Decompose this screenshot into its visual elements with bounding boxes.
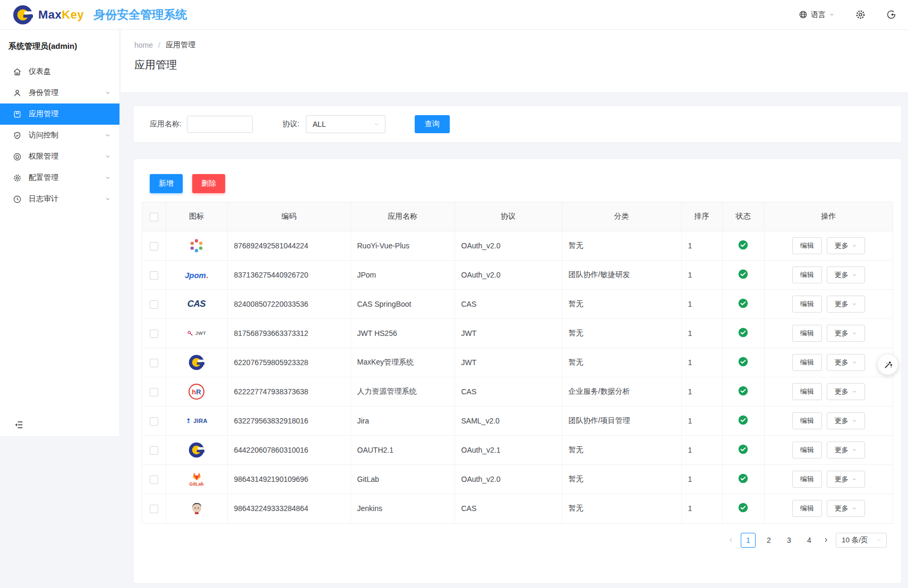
more-button[interactable]: 更多: [827, 325, 865, 342]
app-code: 986431492190109696: [227, 465, 350, 494]
language-switcher[interactable]: 语言: [799, 10, 835, 20]
app-protocol: CAS: [455, 377, 562, 407]
edit-button[interactable]: 编辑: [792, 500, 822, 517]
app-name: RuoYi-Vue-Plus: [350, 231, 455, 261]
edit-button[interactable]: 编辑: [792, 442, 822, 459]
app-protocol: CAS: [455, 290, 562, 319]
cas-logo: CAS: [187, 293, 206, 315]
sidebar-item-dashboard[interactable]: 仪表盘: [0, 61, 119, 82]
column-header-protocol: 协议: [455, 202, 562, 231]
theme-magic-wand-button[interactable]: [878, 354, 898, 375]
page-button-4[interactable]: 4: [802, 533, 816, 547]
prev-page-button[interactable]: [727, 537, 734, 543]
breadcrumb-home-link[interactable]: home: [134, 41, 153, 49]
maxkey-logo: [187, 439, 206, 461]
page-button-3[interactable]: 3: [782, 533, 796, 547]
chevron-down-icon: [876, 537, 882, 543]
app-name-filter-label: 应用名称:: [150, 119, 182, 129]
more-button[interactable]: 更多: [827, 471, 865, 488]
app-category: 团队协作/项目管理: [562, 407, 681, 436]
row-checkbox[interactable]: [150, 242, 158, 250]
app-sort: 1: [681, 436, 722, 465]
page-button-1[interactable]: 1: [741, 533, 756, 548]
sidebar-collapse-icon[interactable]: [14, 420, 24, 430]
row-checkbox[interactable]: [150, 271, 158, 280]
more-button[interactable]: 更多: [827, 412, 865, 429]
more-button[interactable]: 更多: [827, 237, 865, 254]
more-button[interactable]: 更多: [827, 296, 865, 313]
page-size-select[interactable]: 10 条/页: [836, 533, 887, 548]
gear-icon: [13, 174, 22, 183]
app-protocol: CAS: [455, 494, 562, 523]
app-name: GitLab: [350, 465, 455, 494]
row-checkbox[interactable]: [150, 505, 158, 513]
chevron-down-icon: [852, 389, 857, 394]
user-icon: [13, 89, 22, 98]
apps-table: 图标 编码 应用名称 协议 分类 排序 状态 操作 87689249258104…: [142, 202, 893, 524]
sidebar-item-label: 访问控制: [29, 131, 58, 140]
chevron-down-icon: [852, 447, 857, 453]
sidebar-item-audit[interactable]: 日志审计: [0, 188, 119, 210]
app-sort: 1: [681, 494, 722, 523]
magic-wand-icon: [883, 360, 893, 370]
more-button[interactable]: 更多: [827, 442, 865, 459]
app-code: 817568793663373312: [227, 319, 350, 348]
edit-button[interactable]: 编辑: [792, 471, 822, 488]
edit-button[interactable]: 编辑: [792, 412, 822, 429]
logout-button[interactable]: [886, 10, 896, 20]
chevron-down-icon: [852, 243, 857, 248]
more-button[interactable]: 更多: [827, 266, 865, 283]
row-checkbox[interactable]: [150, 359, 158, 367]
app-category: 暂无: [562, 465, 681, 494]
brand-title: MaxKey: [38, 8, 84, 22]
app-category: 暂无: [562, 290, 681, 319]
app-name: Jira: [350, 407, 455, 436]
row-checkbox[interactable]: [150, 330, 158, 338]
app-code: 824008507220033536: [227, 290, 350, 319]
status-enabled-icon: [738, 386, 748, 396]
more-button[interactable]: 更多: [827, 383, 865, 400]
more-button-label: 更多: [835, 270, 849, 280]
edit-button[interactable]: 编辑: [792, 266, 822, 283]
edit-button[interactable]: 编辑: [792, 296, 822, 313]
app-name: 人力资源管理系统: [350, 377, 455, 407]
select-all-checkbox[interactable]: [150, 213, 158, 221]
row-checkbox[interactable]: [150, 388, 158, 396]
app-sort: 1: [681, 407, 722, 436]
next-page-button[interactable]: [823, 537, 829, 543]
row-checkbox[interactable]: [150, 475, 158, 484]
chevron-down-icon: [852, 506, 857, 511]
settings-gear-button[interactable]: [855, 9, 866, 20]
more-button-label: 更多: [835, 241, 849, 250]
sidebar-item-permission[interactable]: 权限管理: [0, 146, 119, 167]
chevron-down-icon: [105, 132, 111, 139]
protocol-select[interactable]: ALL: [306, 115, 386, 133]
sidebar-item-label: 仪表盘: [29, 67, 51, 76]
edit-button[interactable]: 编辑: [792, 354, 822, 371]
more-button-label: 更多: [835, 416, 849, 426]
sidebar-item-identity[interactable]: 身份管理: [0, 82, 119, 103]
more-button[interactable]: 更多: [827, 354, 865, 371]
row-checkbox[interactable]: [150, 417, 158, 426]
sidebar-item-access[interactable]: 访问控制: [0, 125, 119, 146]
jira-logo: JIRA: [185, 410, 207, 431]
add-button[interactable]: 新增: [150, 174, 183, 193]
page-button-2[interactable]: 2: [762, 533, 776, 547]
edit-button[interactable]: 编辑: [792, 383, 822, 400]
row-checkbox[interactable]: [150, 300, 158, 309]
page-title: 应用管理: [134, 58, 894, 72]
row-checkbox[interactable]: [150, 446, 158, 455]
app-code: 986432249333284864: [227, 494, 350, 523]
brand-name-secondary: Key: [62, 8, 84, 21]
sidebar-item-config[interactable]: 配置管理: [0, 167, 119, 188]
breadcrumb: home / 应用管理: [134, 40, 894, 50]
sidebar-item-apps[interactable]: 应用管理: [0, 103, 119, 125]
app-name-filter-input[interactable]: [187, 116, 253, 133]
breadcrumb-current: 应用管理: [166, 40, 195, 50]
app-category: 暂无: [562, 231, 681, 261]
more-button[interactable]: 更多: [827, 500, 865, 517]
edit-button[interactable]: 编辑: [792, 325, 822, 342]
edit-button[interactable]: 编辑: [792, 237, 822, 254]
search-button[interactable]: 查询: [415, 115, 450, 133]
delete-button[interactable]: 删除: [192, 174, 225, 193]
